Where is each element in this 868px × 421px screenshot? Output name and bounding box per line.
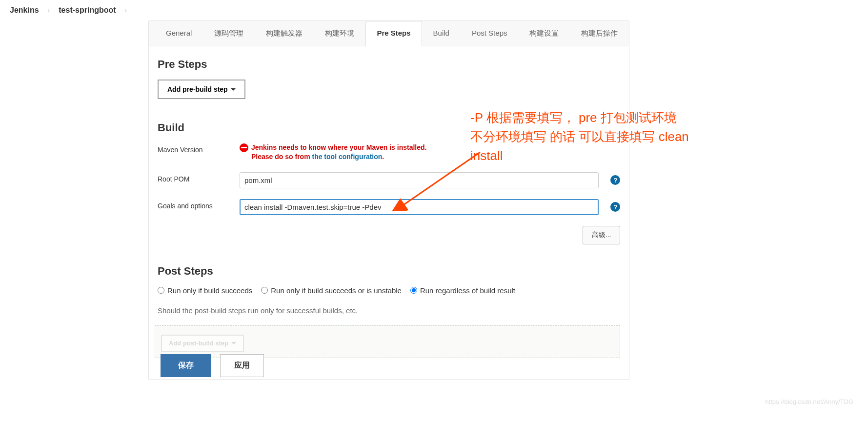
tab-general[interactable]: General: [155, 21, 203, 46]
tab-triggers[interactable]: 构建触发器: [255, 21, 314, 46]
tab-build-env[interactable]: 构建环境: [314, 21, 365, 46]
add-post-build-area: Add post-build step: [155, 325, 620, 358]
radio-regardless[interactable]: Run regardless of build result: [410, 286, 515, 295]
tab-post-build[interactable]: 构建后操作: [570, 21, 629, 46]
advanced-button[interactable]: 高级...: [583, 226, 621, 244]
add-pre-build-step-button[interactable]: Add pre-build step: [158, 80, 245, 99]
left-gutter: [0, 20, 148, 380]
post-steps-radios: Run only if build succeeds Run only if b…: [158, 286, 620, 295]
tab-scm[interactable]: 源码管理: [203, 21, 255, 46]
tab-build-settings[interactable]: 构建设置: [518, 21, 570, 46]
maven-version-row: Maven Version Jenkins needs to know wher…: [158, 143, 620, 161]
help-icon[interactable]: ?: [610, 202, 620, 212]
goals-label: Goals and options: [158, 199, 240, 210]
apply-button[interactable]: 应用: [220, 354, 264, 377]
pre-steps-title: Pre Steps: [158, 58, 620, 71]
config-tabs: General 源码管理 构建触发器 构建环境 Pre Steps Build …: [149, 21, 629, 46]
goals-row: Goals and options ?: [158, 199, 620, 215]
maven-error: Jenkins needs to know where your Maven i…: [240, 143, 620, 161]
radio-unstable[interactable]: Run only if build succeeds or is unstabl…: [261, 286, 402, 295]
caret-down-icon: [231, 88, 236, 91]
add-pre-build-label: Add pre-build step: [167, 85, 228, 93]
root-pom-row: Root POM ?: [158, 172, 620, 188]
save-button[interactable]: 保存: [161, 354, 211, 377]
maven-version-label: Maven Version: [158, 143, 240, 154]
tab-post-steps[interactable]: Post Steps: [461, 21, 519, 46]
chevron-right-icon: ›: [125, 6, 127, 14]
post-steps-title: Post Steps: [158, 265, 620, 278]
help-icon[interactable]: ?: [610, 175, 620, 185]
goals-input[interactable]: [240, 199, 599, 215]
tool-config-link[interactable]: the tool configuration: [312, 153, 382, 160]
radio-succeeds[interactable]: Run only if build succeeds: [158, 286, 252, 295]
build-title: Build: [158, 121, 620, 134]
breadcrumb-project[interactable]: test-springboot: [59, 6, 116, 15]
chevron-right-icon: ›: [48, 6, 50, 14]
add-post-build-step-button: Add post-build step: [161, 335, 244, 352]
breadcrumb-root[interactable]: Jenkins: [10, 6, 39, 15]
tab-build[interactable]: Build: [422, 21, 461, 46]
error-line2b: .: [382, 153, 384, 160]
error-icon: [240, 143, 248, 152]
root-pom-input[interactable]: [240, 172, 599, 188]
tab-pre-steps[interactable]: Pre Steps: [365, 21, 422, 46]
breadcrumb: Jenkins › test-springboot ›: [0, 0, 868, 20]
post-steps-help: Should the post-build steps run only for…: [158, 306, 620, 315]
error-line2a: Please do so from: [251, 153, 312, 160]
error-line1: Jenkins needs to know where your Maven i…: [251, 143, 426, 151]
root-pom-label: Root POM: [158, 172, 240, 183]
config-panel: General 源码管理 构建触发器 构建环境 Pre Steps Build …: [148, 20, 629, 380]
